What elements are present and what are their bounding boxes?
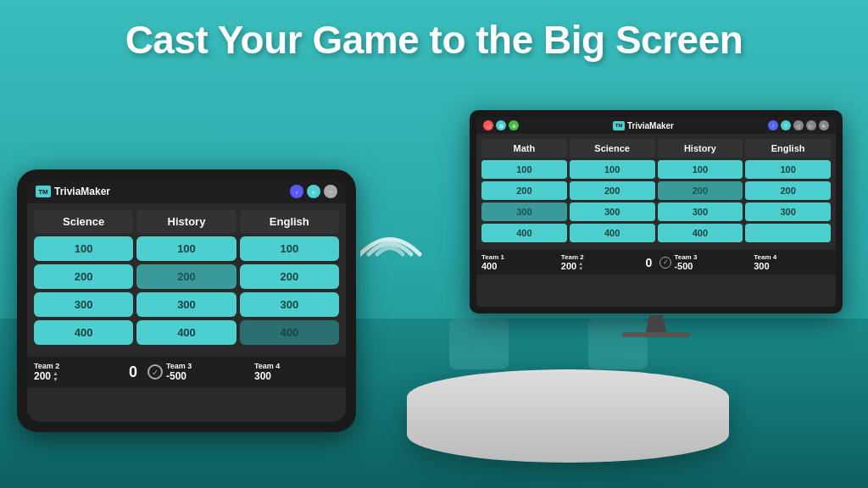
tv-cell-3-1[interactable]: 300	[481, 202, 567, 221]
tv-cell-2-1[interactable]: 200	[481, 181, 567, 200]
tv-cell-1-2[interactable]: 100	[570, 160, 655, 179]
phone-col-history: History	[136, 210, 236, 233]
phone-row-2: 200 200 200	[34, 264, 339, 289]
tv-cell-4-4	[745, 224, 831, 242]
tv-cell-3-3[interactable]: 300	[658, 202, 743, 221]
tv-screen-container: ◁ ✿ ⊕ TM TriviaMaker ♪ ☺ ◁ ▷ ✕	[470, 110, 843, 339]
tv-btn-t[interactable]: ✿	[496, 120, 506, 130]
phone-controls: ♪ ☺ →	[290, 185, 337, 198]
tv-score-arrows[interactable]: ▲▼	[578, 261, 583, 271]
tv-cell-4-3[interactable]: 400	[658, 224, 743, 242]
tv-ctrl-t[interactable]: ☺	[781, 120, 791, 130]
tv-ctrl-b[interactable]: ♪	[768, 120, 778, 130]
tv-cell-1-4[interactable]: 100	[745, 160, 831, 179]
tv-screen: ◁ ✿ ⊕ TM TriviaMaker ♪ ☺ ◁ ▷ ✕	[476, 117, 836, 307]
tv-cell-3-4[interactable]: 300	[745, 202, 831, 221]
tv-left-controls: ◁ ✿ ⊕	[483, 120, 519, 130]
tv-cell-2-3[interactable]: 200	[658, 181, 743, 200]
phone-team4: Team 4 300	[254, 362, 339, 382]
tv-titlebar: ◁ ✿ ⊕ TM TriviaMaker ♪ ☺ ◁ ▷ ✕	[476, 117, 836, 134]
tv-btn-g[interactable]: ⊕	[509, 120, 519, 130]
phone-header-row: Science History English	[34, 210, 339, 233]
phone-cell-4-3[interactable]: 400	[240, 320, 339, 345]
phone-row-4: 400 400 400	[34, 320, 339, 345]
tv-row-1: 100 100 100 100	[481, 160, 831, 179]
face-btn[interactable]: ☺	[307, 185, 320, 198]
arrow-btn[interactable]: →	[324, 185, 337, 198]
tv-team4: Team 4 300	[754, 253, 831, 271]
tv-ctrl-a1[interactable]: ◁	[793, 120, 804, 130]
cast-arrows	[360, 220, 428, 291]
tv-col-math: Math	[481, 139, 567, 158]
phone-row-1: 100 100 100	[34, 236, 339, 261]
tv-ctrl-a3[interactable]: ✕	[819, 120, 829, 130]
logo-icon: TM	[36, 186, 51, 197]
tv-cell-2-2[interactable]: 200	[570, 181, 655, 200]
phone-cell-1-1[interactable]: 100	[34, 236, 133, 261]
phone-cell-3-3[interactable]: 300	[240, 292, 339, 317]
phone-scorebar: Team 2 200 ▲▼ 0 ✓ Team 3 -500 Team 4 300	[27, 357, 346, 387]
tv-cell-1-1[interactable]: 100	[481, 160, 567, 179]
tv-right-controls: ♪ ☺ ◁ ▷ ✕	[768, 120, 829, 130]
phone-col-science: Science	[34, 210, 133, 233]
phone-logo: TM TriviaMaker	[36, 186, 110, 197]
tv-logo: TM TriviaMaker	[613, 121, 674, 130]
music-btn[interactable]: ♪	[290, 185, 303, 198]
tv-col-history: History	[658, 139, 743, 158]
tv-check[interactable]: ✓	[659, 257, 671, 269]
tv-scorebar: Team 1 400 Team 2 200 ▲▼ 0 ✓ Team 3 -500	[476, 250, 836, 274]
phone-cell-2-1[interactable]: 200	[34, 264, 133, 289]
phone-titlebar: TM TriviaMaker ♪ ☺ →	[27, 180, 346, 203]
tv-team3: Team 3 -500	[674, 253, 751, 271]
tv-base	[622, 332, 690, 337]
phone-cell-3-1[interactable]: 300	[34, 292, 133, 317]
tv-header-row: Math Science History English	[481, 139, 831, 158]
phone-cell-1-3[interactable]: 100	[240, 236, 339, 261]
phone-center-score: 0 ✓	[122, 363, 163, 381]
phone-cell-4-2[interactable]: 400	[136, 320, 236, 345]
tv-cell-4-2[interactable]: 400	[570, 224, 655, 242]
tv-grid: Math Science History English 100 100 100…	[476, 134, 836, 250]
headline: Cast Your Game to the Big Screen	[0, 17, 868, 63]
phone-cell-3-2[interactable]: 300	[136, 292, 236, 317]
phone-cell-4-1[interactable]: 400	[34, 320, 133, 345]
phone-cell-1-2[interactable]: 100	[136, 236, 236, 261]
phone-team2-score: 200 ▲▼	[34, 370, 58, 382]
tv-cell-4-1[interactable]: 400	[481, 224, 567, 242]
tv-btn-r[interactable]: ◁	[483, 120, 493, 130]
tv-ctrl-a2[interactable]: ▷	[806, 120, 816, 130]
phone-cell-2-2[interactable]: 200	[136, 264, 236, 289]
tv-cell-1-3[interactable]: 100	[658, 160, 743, 179]
tv-team2-score: 200 ▲▼	[561, 261, 583, 271]
tv-row-4: 400 400 400	[481, 224, 831, 242]
phone-screen: TM TriviaMaker ♪ ☺ → Science History Eng…	[27, 180, 346, 422]
phone-score-arrows[interactable]: ▲▼	[53, 370, 58, 382]
phone-team3: Team 3 -500	[166, 362, 251, 382]
tv-cell-3-2[interactable]: 300	[570, 202, 655, 221]
phone-col-english: English	[240, 210, 339, 233]
tv-row-3: 300 300 300 300	[481, 202, 831, 221]
tv-center: 0 ✓	[641, 256, 672, 269]
table	[407, 369, 729, 463]
tv-stand	[639, 315, 673, 332]
tv-col-science: Science	[570, 139, 655, 158]
tv-col-english: English	[745, 139, 831, 158]
phone-cell-2-3[interactable]: 200	[240, 264, 339, 289]
tv-logo-icon: TM	[613, 121, 625, 130]
phone-device: TM TriviaMaker ♪ ☺ → Science History Eng…	[17, 169, 356, 432]
phone-row-3: 300 300 300	[34, 292, 339, 317]
phone-grid: Science History English 100 100 100 200 …	[27, 203, 346, 355]
tv-cell-2-4[interactable]: 200	[745, 181, 831, 200]
tv-team1: Team 1 400	[481, 253, 559, 271]
tv-row-2: 200 200 200 200	[481, 181, 831, 200]
tv-team2: Team 2 200 ▲▼	[561, 253, 638, 271]
phone-team2: Team 2 200 ▲▼	[34, 362, 119, 382]
tv-device: ◁ ✿ ⊕ TM TriviaMaker ♪ ☺ ◁ ▷ ✕	[470, 110, 843, 313]
phone-check[interactable]: ✓	[147, 364, 163, 380]
